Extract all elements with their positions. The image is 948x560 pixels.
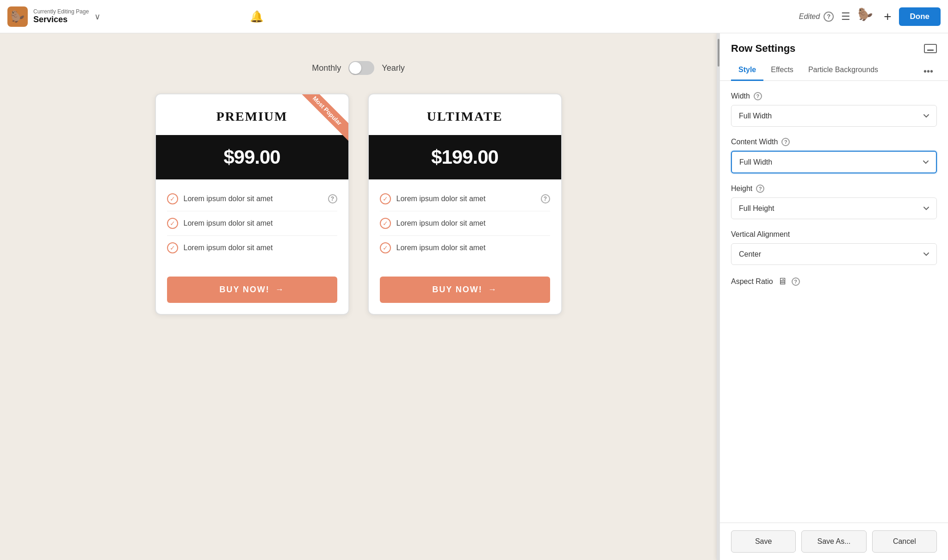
canvas-area: Monthly Yearly PREMIUM Most Popular $99.… [0,33,717,560]
monitor-icon: 🖥 [778,276,787,287]
main-area: Monthly Yearly PREMIUM Most Popular $99.… [0,33,948,560]
width-help-icon[interactable]: ? [754,92,762,100]
ultimate-card: ULTIMATE $199.00 ✓ Lorem ipsum dolor sit… [368,93,562,315]
billing-toggle: Monthly Yearly [312,61,404,75]
feature-text: Lorem ipsum dolor sit amet [397,244,486,252]
feature-check-icon: ✓ [167,242,178,253]
done-button[interactable]: Done [899,7,941,26]
panel-footer: Save Save As... Cancel [720,523,948,560]
notification-bell[interactable]: 🔔 [250,10,264,23]
topbar: 🦫 Currently Editing Page Services ∨ Edit… [0,0,948,33]
billing-toggle-switch[interactable] [348,61,374,75]
scroll-indicator [717,33,720,560]
page-info: Currently Editing Page Services [33,8,89,25]
vertical-alignment-select[interactable]: Top Center Bottom [731,243,937,265]
list-item: ✓ Lorem ipsum dolor sit amet [380,236,550,260]
scroll-thumb [718,39,719,67]
page-name: Services [33,15,89,25]
tab-particle-backgrounds[interactable]: Particle Backgrounds [801,62,886,81]
more-tabs-button[interactable]: ••• [920,64,937,79]
content-width-label: Content Width ? [731,138,937,146]
content-width-select[interactable]: Full Width Fixed Width Custom [731,151,937,173]
list-item: ✓ Lorem ipsum dolor sit amet [380,211,550,236]
aspect-ratio-label: Aspect Ratio 🖥 ? [731,276,937,287]
height-select[interactable]: Full Height Auto Custom [731,197,937,219]
content-width-field-group: Content Width ? Full Width Fixed Width C… [731,138,937,173]
feature-check-icon: ✓ [167,193,178,204]
feature-text: Lorem ipsum dolor sit amet [184,244,273,252]
width-field-group: Width ? Full Width Fixed Width Custom [731,92,937,127]
feature-help-icon[interactable]: ? [541,194,550,203]
save-button[interactable]: Save [731,530,796,553]
ultimate-price-section: $199.00 [369,135,561,179]
width-label: Width ? [731,92,937,100]
height-label: Height ? [731,185,937,193]
list-item: ✓ Lorem ipsum dolor sit amet ? [167,187,337,211]
ultimate-title: ULTIMATE [380,109,550,124]
list-item: ✓ Lorem ipsum dolor sit amet [167,236,337,260]
most-popular-ribbon: Most Popular [296,94,348,142]
most-popular-ribbon-wrap: Most Popular [288,94,348,154]
feature-help-icon[interactable]: ? [328,194,337,203]
tab-effects[interactable]: Effects [763,62,801,81]
ultimate-cta-button[interactable]: BUY NOW! → [380,277,550,303]
ultimate-price: $199.00 [380,146,550,168]
ultimate-cta-section: BUY NOW! → [369,267,561,314]
width-select[interactable]: Full Width Fixed Width Custom [731,105,937,127]
help-icon[interactable]: ? [824,12,834,22]
height-help-icon[interactable]: ? [756,185,764,193]
minimize-bar-icon [927,49,934,51]
panel-minimize-button[interactable] [924,44,937,53]
billing-yearly-label: Yearly [382,63,404,73]
feature-text: Lorem ipsum dolor sit amet [184,219,273,228]
panel-body: Width ? Full Width Fixed Width Custom Co… [720,81,948,523]
panel-header: Row Settings [720,33,948,55]
feature-check-icon: ✓ [380,218,391,229]
feature-check-icon: ✓ [380,242,391,253]
feature-text: Lorem ipsum dolor sit amet [397,219,486,228]
ultimate-title-section: ULTIMATE [369,94,561,135]
user-avatar[interactable]: 🦫 [858,7,876,26]
feature-check-icon: ✓ [167,218,178,229]
feature-text: Lorem ipsum dolor sit amet [397,195,486,203]
feature-text: Lorem ipsum dolor sit amet [184,195,273,203]
feature-check-icon: ✓ [380,193,391,204]
billing-monthly-label: Monthly [312,63,341,73]
premium-cta-section: BUY NOW! → [156,267,348,314]
tab-style[interactable]: Style [731,62,763,81]
editing-label: Currently Editing Page [33,8,89,15]
ultimate-features: ✓ Lorem ipsum dolor sit amet ? ✓ Lorem i… [369,179,561,267]
premium-card: PREMIUM Most Popular $99.00 ✓ Lorem ipsu… [155,93,349,315]
premium-cta-button[interactable]: BUY NOW! → [167,277,337,303]
content-width-help-icon[interactable]: ? [781,138,790,146]
height-field-group: Height ? Full Height Auto Custom [731,185,937,219]
add-button[interactable]: + [884,9,891,24]
side-panel: Row Settings Style Effects Particle Back… [717,33,948,560]
aspect-ratio-field-group: Aspect Ratio 🖥 ? [731,276,937,287]
vertical-alignment-label: Vertical Alignment [731,230,937,239]
panel-title: Row Settings [731,43,795,55]
list-icon[interactable]: ☰ [841,11,850,23]
list-item: ✓ Lorem ipsum dolor sit amet [167,211,337,236]
app-logo: 🦫 [7,6,28,27]
panel-content: Row Settings Style Effects Particle Back… [720,33,948,560]
aspect-ratio-help-icon[interactable]: ? [792,277,800,286]
toggle-thumb [349,62,361,74]
cancel-button[interactable]: Cancel [872,530,937,553]
vertical-alignment-field-group: Vertical Alignment Top Center Bottom [731,230,937,265]
premium-title-section: PREMIUM Most Popular [156,94,348,135]
pricing-cards: PREMIUM Most Popular $99.00 ✓ Lorem ipsu… [136,93,581,315]
edited-label: Edited [799,12,820,21]
premium-features: ✓ Lorem ipsum dolor sit amet ? ✓ Lorem i… [156,179,348,267]
save-as-button[interactable]: Save As... [801,530,866,553]
list-item: ✓ Lorem ipsum dolor sit amet ? [380,187,550,211]
panel-tabs: Style Effects Particle Backgrounds ••• [720,55,948,81]
page-dropdown-chevron[interactable]: ∨ [94,12,100,22]
